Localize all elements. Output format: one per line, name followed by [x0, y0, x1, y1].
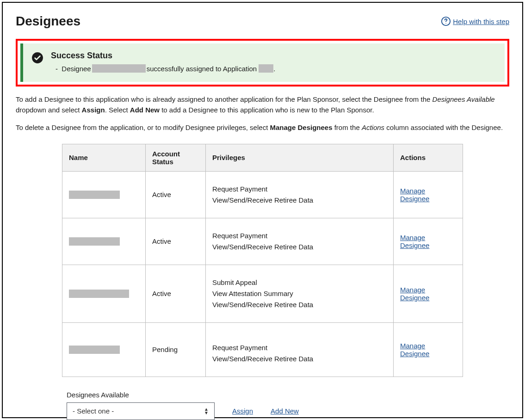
help-link[interactable]: Help with this step [441, 16, 509, 26]
manage-designee-link[interactable]: Manage Designee [400, 286, 429, 302]
status-cell: Active [146, 265, 206, 322]
page-title: Designees [16, 14, 80, 29]
table-row: Active Request Payment View/Send/Receive… [62, 171, 463, 218]
col-header-privileges: Privileges [206, 144, 394, 171]
checkmark-circle-icon [31, 52, 43, 66]
redacted-name-cell [69, 290, 129, 298]
redacted-name-cell [69, 346, 120, 354]
select-placeholder: - Select one - [73, 407, 114, 415]
status-cell: Pending [146, 322, 206, 377]
success-alert: Success Status - Designee successfully a… [20, 43, 505, 82]
table-row: Active Submit Appeal View Attestation Su… [62, 265, 463, 322]
privileges-cell: Submit Appeal View Attestation Summary V… [206, 265, 394, 322]
help-link-label: Help with this step [453, 18, 509, 25]
alert-msg-prefix: - Designee [56, 65, 91, 73]
svg-point-1 [446, 23, 446, 24]
col-header-name: Name [62, 144, 146, 171]
alert-message: - Designee successfully assigned to Appl… [56, 64, 494, 73]
alert-title: Success Status [51, 51, 494, 61]
alert-highlight: Success Status - Designee successfully a… [16, 39, 509, 86]
instructions-para-1: To add a Designee to this application wh… [16, 94, 509, 116]
manage-designee-link[interactable]: Manage Designee [400, 187, 429, 203]
alert-msg-mid: successfully assigned to Application [147, 65, 257, 73]
select-arrows-icon: ▲▼ [204, 408, 209, 415]
instructions-para-2: To delete a Designee from the applicatio… [16, 122, 509, 133]
designees-available-label: Designees Available [67, 391, 458, 399]
designees-available-select[interactable]: - Select one - ▲▼ [67, 402, 215, 420]
col-header-status: Account Status [146, 144, 206, 171]
table-row: Pending Request Payment View/Send/Receiv… [62, 322, 463, 377]
privileges-cell: Request Payment View/Send/Receive Retire… [206, 322, 394, 377]
add-new-link[interactable]: Add New [271, 407, 299, 415]
redacted-name-cell [69, 191, 120, 199]
help-icon [441, 16, 451, 26]
status-cell: Active [146, 218, 206, 265]
alert-msg-suffix: . [273, 65, 275, 73]
redacted-app [259, 64, 273, 73]
designees-table: Name Account Status Privileges Actions A… [62, 144, 463, 377]
assign-link[interactable]: Assign [232, 407, 253, 415]
status-cell: Active [146, 171, 206, 218]
privileges-cell: Request Payment View/Send/Receive Retire… [206, 218, 394, 265]
manage-designee-link[interactable]: Manage Designee [400, 234, 429, 249]
table-row: Active Request Payment View/Send/Receive… [62, 218, 463, 265]
manage-designee-link[interactable]: Manage Designee [400, 342, 429, 358]
col-header-actions: Actions [394, 144, 463, 171]
privileges-cell: Request Payment View/Send/Receive Retire… [206, 171, 394, 218]
redacted-name [92, 64, 146, 73]
redacted-name-cell [69, 237, 120, 246]
